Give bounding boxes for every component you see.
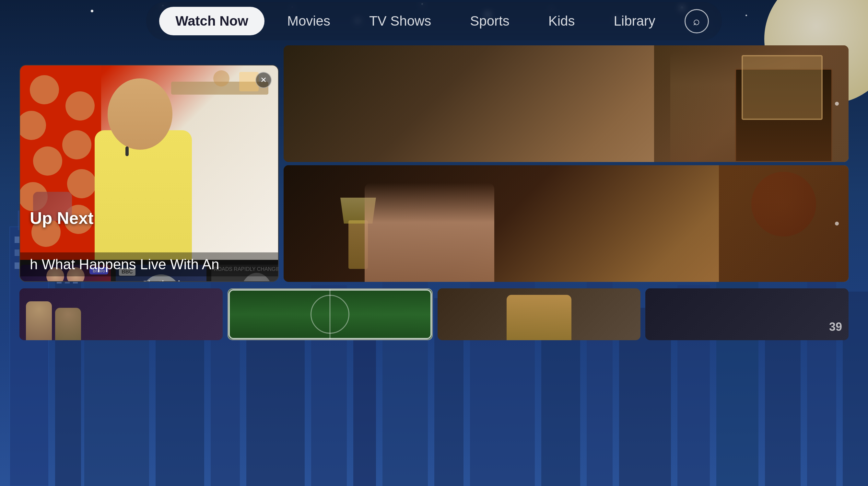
ticker-text: h What Happens Live With An: [20, 252, 278, 277]
painting: [742, 55, 823, 120]
bottom-thumb-3[interactable]: [438, 288, 641, 340]
search-icon: ⌕: [693, 14, 700, 28]
close-icon: ✕: [260, 75, 267, 85]
bottom-thumb-1[interactable]: [20, 288, 223, 340]
panel-bottom[interactable]: [284, 165, 848, 282]
indicator-dot: [835, 102, 839, 106]
bt4-bg: [645, 288, 848, 340]
bt1-people: [26, 299, 216, 340]
main-content: ✕ Up Next WATCH WHATHAPPENS LIVE NEW · S…: [0, 45, 868, 486]
up-next-label: Up Next: [30, 208, 93, 228]
shelf-item-2: [213, 70, 229, 87]
player-video-frame: [20, 65, 278, 260]
video-area: ✕ Up Next WATCH WHATHAPPENS LIVE NEW · S…: [0, 45, 868, 282]
number-badge: 39: [829, 320, 842, 334]
right-panels: [279, 45, 848, 282]
host-figure: [69, 72, 215, 260]
nav-watch-now[interactable]: Watch Now: [159, 7, 265, 35]
main-video-player[interactable]: ✕ Up Next WATCH WHATHAPPENS LIVE NEW · S…: [20, 65, 279, 282]
panel-bottom-person: [365, 183, 494, 282]
side-panel-right: [719, 165, 848, 282]
indicator-dot-bottom: [835, 222, 839, 226]
navigation-bar: Watch Now Movies TV Shows Sports Kids Li…: [0, 0, 868, 42]
bt3-person: [438, 295, 641, 340]
bottom-thumb-4[interactable]: 39: [645, 288, 848, 340]
nav-movies[interactable]: Movies: [271, 7, 346, 35]
shetland-title: Shetland Season 5: [138, 278, 184, 282]
nav-kids[interactable]: Kids: [532, 7, 591, 35]
panel-top[interactable]: [284, 45, 848, 162]
center-circle: [311, 295, 349, 334]
close-button[interactable]: ✕: [255, 72, 272, 88]
bottom-thumbnails-row: 39: [0, 282, 868, 347]
nav-library[interactable]: Library: [597, 7, 671, 35]
nav-sports[interactable]: Sports: [454, 7, 525, 35]
bottom-thumb-2[interactable]: [227, 288, 433, 340]
nav-tv-shows[interactable]: TV Shows: [353, 7, 447, 35]
search-button[interactable]: ⌕: [685, 9, 709, 33]
